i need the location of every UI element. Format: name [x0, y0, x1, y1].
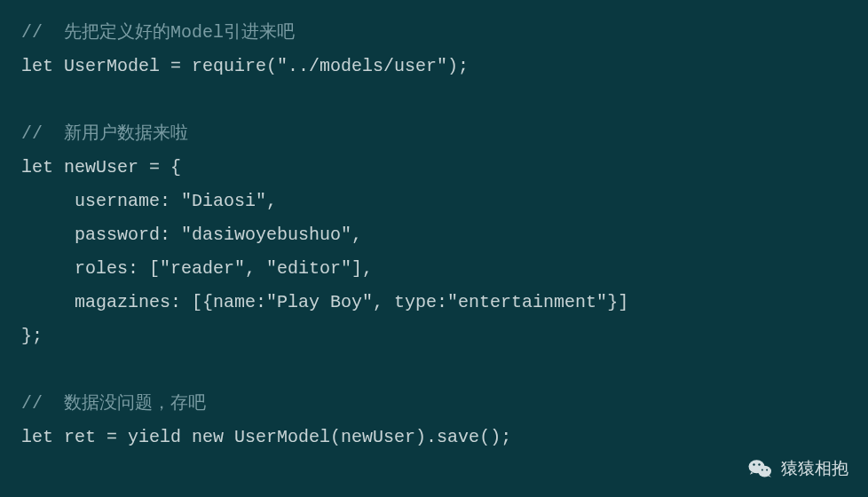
code-text: ret = — [53, 427, 128, 447]
comment-line: // 数据没问题，存吧 — [21, 393, 206, 414]
code-text — [181, 427, 192, 447]
string-literal: "Diaosi" — [181, 191, 266, 211]
code-text: UserModel = require( — [53, 56, 277, 76]
code-text: UserModel(newUser).save(); — [224, 427, 511, 447]
code-text: , type: — [373, 292, 447, 312]
code-text: newUser = { — [53, 157, 181, 178]
keyword-let: let — [21, 427, 53, 447]
svg-point-2 — [753, 463, 754, 465]
keyword-new: new — [192, 427, 224, 447]
string-literal: "../models/user" — [277, 56, 447, 76]
svg-point-4 — [761, 469, 763, 470]
code-text: , — [245, 258, 266, 279]
watermark-text: 猿猿相抱 — [781, 453, 848, 485]
keyword-yield: yield — [128, 427, 181, 447]
keyword-let: let — [21, 56, 53, 76]
svg-point-1 — [758, 466, 771, 477]
code-text: magazines: [{name: — [21, 292, 266, 312]
code-text: , — [266, 191, 277, 211]
wechat-icon — [747, 455, 774, 482]
string-literal: "editor" — [266, 258, 351, 279]
keyword-let: let — [21, 157, 53, 178]
string-literal: "Play Boy" — [266, 292, 373, 312]
comment-line: // 新用户数据来啦 — [21, 123, 188, 144]
code-text: password: — [21, 225, 181, 245]
comment-line: // 先把定义好的Model引进来吧 — [21, 22, 295, 43]
code-text: username: — [21, 191, 181, 211]
string-literal: "entertainment" — [447, 292, 607, 312]
code-text: , — [351, 225, 362, 245]
svg-point-5 — [766, 469, 768, 470]
code-text: roles: [ — [21, 258, 160, 279]
string-literal: "reader" — [160, 258, 245, 279]
code-text: }; — [21, 326, 43, 346]
svg-point-3 — [758, 463, 760, 465]
code-text: ], — [351, 258, 373, 279]
string-literal: "dasiwoyebushuo" — [181, 225, 351, 245]
watermark: 猿猿相抱 — [747, 453, 848, 485]
code-block: // 先把定义好的Model引进来吧 let UserModel = requi… — [21, 16, 847, 454]
code-text: }] — [607, 292, 628, 312]
code-text: ); — [447, 56, 469, 76]
